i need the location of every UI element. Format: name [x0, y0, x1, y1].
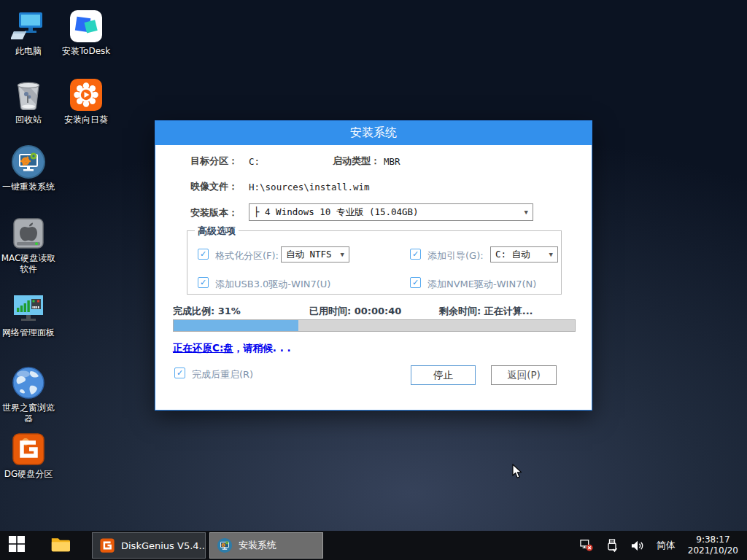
desktop-icon-label: 世界之窗浏览器 [0, 402, 57, 424]
back-button[interactable]: 返回(P) [491, 365, 557, 385]
chevron-down-icon: ▼ [525, 209, 528, 216]
format-partition-checkbox[interactable]: ✓ [198, 249, 209, 260]
add-boot-checkbox[interactable]: ✓ [410, 249, 421, 260]
folder-icon [51, 536, 70, 555]
target-partition-value: C: [249, 156, 260, 167]
taskbar-clock[interactable]: 9:38:17 2021/10/20 [688, 534, 738, 556]
desktop-icon-label: DG硬盘分区 [4, 469, 53, 480]
add-boot-value: C: 自动 [495, 249, 530, 261]
desktop-icon-label: MAC硬盘读取软件 [0, 253, 57, 275]
boot-type-value: MBR [384, 156, 400, 167]
nvme-driver-label: 添加NVME驱动-WIN7(N) [427, 278, 536, 291]
taskbar: DiskGenius V5.4... 安装系统 简体 9:38:17 2021/… [0, 531, 747, 560]
progress-bar [173, 319, 576, 332]
install-version-value: ├ 4 Windows 10 专业版 (15.04GB) [254, 206, 419, 219]
usb-eject-icon[interactable] [605, 539, 619, 552]
input-method-indicator[interactable]: 简体 [657, 539, 676, 552]
image-file-value: H:\sources\install.wim [249, 182, 370, 192]
reboot-after-label: 完成后重启(R) [192, 368, 253, 381]
chevron-down-icon: ▼ [549, 251, 553, 258]
usb3-driver-checkbox[interactable]: ✓ [198, 277, 209, 288]
status-text-main: 正在还原C:盘 [173, 342, 233, 354]
check-icon: ✓ [200, 279, 206, 287]
taskbar-button-diskgenius[interactable]: DiskGenius V5.4... [92, 532, 206, 559]
desktop-icon-reinstall-system[interactable]: 一键重装系统 [0, 144, 57, 192]
diskgenius-icon [99, 537, 115, 553]
check-icon: ✓ [412, 250, 419, 258]
desktop-icon-dg-partition[interactable]: DG硬盘分区 [0, 432, 57, 480]
world-browser-icon [11, 365, 46, 400]
target-partition-label: 目标分区： [190, 155, 238, 168]
reboot-after-checkbox[interactable]: ✓ [174, 368, 185, 378]
volume-icon[interactable] [631, 539, 644, 552]
desktop-icon-label: 一键重装系统 [2, 182, 55, 192]
advanced-options-legend: 高级选项 [195, 225, 239, 238]
desktop: 此电脑 安装ToDesk 回收站 安装向日葵 一键重装系统 MAC硬盘读取软件 [0, 0, 747, 560]
this-pc-icon [11, 9, 46, 44]
desktop-icon-sunflower[interactable]: 安装向日葵 [58, 77, 115, 125]
desktop-icon-label: 回收站 [15, 114, 42, 125]
dialog-titlebar[interactable]: 安装系统 [155, 121, 592, 145]
taskbar-button-install-system[interactable]: 安装系统 [209, 532, 323, 559]
desktop-icon-recycle-bin[interactable]: 回收站 [0, 77, 57, 125]
stop-button[interactable]: 停止 [411, 365, 476, 385]
desktop-icon-todesk[interactable]: 安装ToDesk [58, 9, 115, 57]
install-version-dropdown[interactable]: ├ 4 Windows 10 专业版 (15.04GB) ▼ [249, 203, 533, 221]
network-panel-icon [11, 290, 46, 325]
elapsed-time-text: 已用时间: 00:00:40 [309, 305, 401, 318]
sunflower-icon [69, 77, 104, 112]
add-boot-dropdown[interactable]: C: 自动 ▼ [490, 246, 558, 262]
dialog-title: 安装系统 [350, 125, 397, 141]
diskgenius-icon [11, 432, 46, 467]
system-tray: 简体 9:38:17 2021/10/20 [580, 534, 747, 556]
desktop-icon-label: 网络管理面板 [2, 327, 55, 338]
check-icon: ✓ [177, 369, 183, 377]
usb3-driver-label: 添加USB3.0驱动-WIN7(U) [215, 278, 330, 291]
status-text-rest: ，请稍候. . . [233, 342, 291, 354]
desktop-icon-label: 此电脑 [15, 46, 42, 57]
reinstall-system-icon [11, 144, 46, 179]
desktop-icon-network-panel[interactable]: 网络管理面板 [0, 290, 57, 338]
windows-logo-icon [9, 536, 25, 555]
advanced-options-group: 高级选项 ✓ 格式化分区(F): 自动 NTFS ▼ ✓ 添加引导(G): C:… [187, 230, 562, 295]
install-version-label: 安装版本： [190, 206, 238, 219]
desktop-icon-label: 安装向日葵 [64, 114, 108, 125]
install-system-dialog: 安装系统 目标分区： C: 启动类型： MBR 映像文件： H:\sources… [155, 120, 592, 411]
taskbar-button-label: 安装系统 [239, 539, 276, 552]
desktop-icon-world-browser[interactable]: 世界之窗浏览器 [0, 365, 57, 424]
clock-date: 2021/10/20 [688, 545, 738, 556]
desktop-icon-this-pc[interactable]: 此电脑 [0, 9, 57, 57]
check-icon: ✓ [200, 250, 206, 258]
desktop-icon-label: 安装ToDesk [62, 46, 110, 57]
progress-percent-text: 完成比例: 31% [173, 305, 241, 318]
status-text: 正在还原C:盘，请稍候. . . [173, 342, 291, 355]
progress-bar-fill [174, 320, 298, 331]
taskbar-button-label: DiskGenius V5.4... [121, 540, 206, 551]
recycle-bin-icon [11, 77, 46, 112]
format-partition-value: 自动 NTFS [286, 249, 332, 261]
mouse-cursor [512, 464, 522, 479]
mac-disk-icon [11, 216, 46, 251]
desktop-icon-mac-disk[interactable]: MAC硬盘读取软件 [0, 216, 57, 275]
image-file-label: 映像文件： [190, 180, 238, 193]
remaining-time-text: 剩余时间: 正在计算... [439, 305, 533, 318]
format-partition-label: 格式化分区(F): [215, 249, 279, 262]
install-system-icon [217, 537, 233, 553]
boot-type-label: 启动类型： [333, 155, 380, 168]
format-partition-dropdown[interactable]: 自动 NTFS ▼ [281, 246, 349, 262]
add-boot-label: 添加引导(G): [427, 249, 484, 262]
start-button[interactable] [0, 531, 34, 560]
todesk-icon [69, 9, 104, 44]
file-explorer-button[interactable] [44, 531, 77, 560]
network-disconnected-icon[interactable] [580, 539, 593, 552]
nvme-driver-checkbox[interactable]: ✓ [410, 277, 421, 288]
check-icon: ✓ [412, 279, 419, 287]
chevron-down-icon: ▼ [341, 251, 344, 258]
clock-time: 9:38:17 [688, 534, 738, 545]
